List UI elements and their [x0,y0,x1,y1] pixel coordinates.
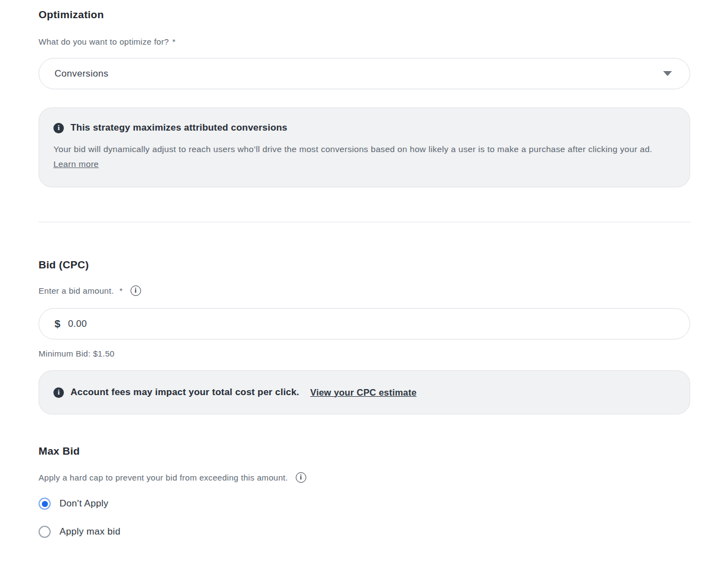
info-icon[interactable]: i [296,472,306,483]
optimize-for-dropdown[interactable]: Conversions [39,58,690,89]
optimize-for-label: What do you want to optimize for?* [39,37,690,46]
bid-amount-input[interactable] [68,319,619,330]
max-bid-description: Apply a hard cap to prevent your bid fro… [39,473,288,482]
bid-amount-field[interactable]: $ [39,308,690,339]
radio-selected-icon [39,498,51,510]
strategy-info-box: i This strategy maximizes attributed con… [39,107,690,187]
required-asterisk: * [172,37,176,46]
view-cpc-estimate-link[interactable]: View your CPC estimate [310,387,416,398]
dollar-sign-icon: $ [55,318,61,330]
bid-amount-label: Enter a bid amount. [39,286,114,295]
bid-amount-label-row: Enter a bid amount. * i [39,285,690,296]
info-icon: i [53,123,64,133]
learn-more-link[interactable]: Learn more [53,159,99,169]
radio-dont-apply-label: Don't Apply [59,498,109,509]
radio-unselected-icon [39,526,51,538]
max-bid-heading: Max Bid [39,445,690,457]
strategy-info-title: This strategy maximizes attributed conve… [70,122,288,133]
required-asterisk: * [120,286,123,295]
info-icon[interactable]: i [131,285,141,296]
radio-dont-apply[interactable]: Don't Apply [39,498,109,510]
optimize-for-label-text: What do you want to optimize for? [39,37,169,46]
bid-cpc-heading: Bid (CPC) [39,259,690,271]
radio-apply-max-bid-label: Apply max bid [59,526,121,537]
minimum-bid-text: Minimum Bid: $1.50 [39,349,690,358]
optimize-for-selected-value: Conversions [55,68,109,79]
bid-settings-form: Optimization What do you want to optimiz… [0,0,705,538]
fees-notice-text: Account fees may impact your total cost … [70,387,299,398]
fees-info-box: i Account fees may impact your total cos… [39,370,690,414]
radio-apply-max-bid[interactable]: Apply max bid [39,526,121,538]
strategy-info-body-text: Your bid will dynamically adjust to reac… [53,144,652,154]
info-icon: i [53,387,64,398]
radio-dot [42,501,48,507]
chevron-down-icon [663,71,672,76]
section-divider [39,222,690,223]
strategy-info-body: Your bid will dynamically adjust to reac… [53,142,673,171]
max-bid-description-row: Apply a hard cap to prevent your bid fro… [39,472,690,483]
optimization-heading: Optimization [39,9,690,21]
